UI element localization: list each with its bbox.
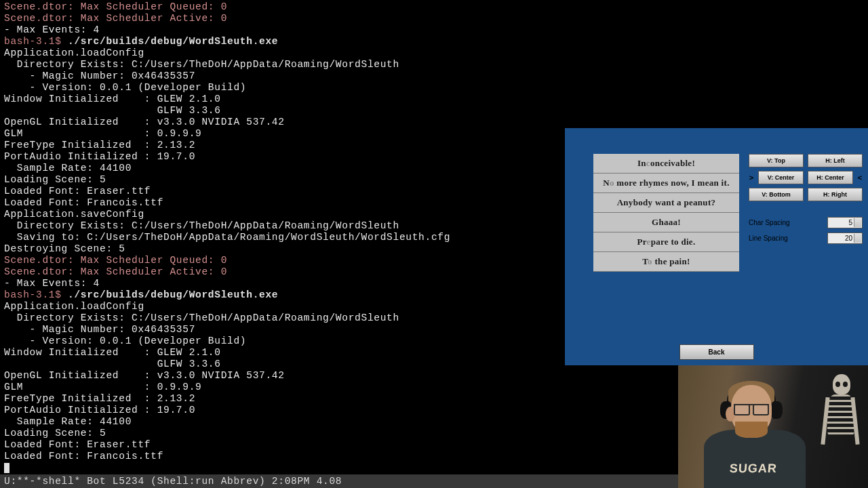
valign-center-button[interactable]: V: Center	[758, 171, 804, 184]
line-spacing-label: Line Spacing	[749, 235, 827, 242]
streamer-person: SUGAR	[698, 373, 800, 488]
line-spacing-input[interactable]: 20	[827, 232, 863, 244]
halign-left-button[interactable]: H: Left	[808, 154, 863, 167]
selection-arrow-right: <	[857, 174, 863, 182]
text-item-2[interactable]: Anybody want a peanut?	[593, 193, 739, 213]
char-spacing-input[interactable]: 5	[827, 217, 863, 228]
back-button[interactable]: Back	[679, 344, 754, 360]
halign-right-button[interactable]: H: Right	[808, 188, 863, 201]
selection-arrow-left: >	[749, 174, 754, 182]
char-spacing-label: Char Spacing	[749, 219, 827, 226]
valign-bottom-button[interactable]: V: Bottom	[749, 188, 804, 201]
wordsleuth-app-window: Inconceivable!No more rhymes now, I mean…	[565, 128, 868, 365]
valign-top-button[interactable]: V: Top	[749, 154, 804, 167]
text-alignment-panel: Inconceivable!No more rhymes now, I mean…	[593, 154, 739, 272]
halign-center-button[interactable]: H: Center	[808, 171, 853, 184]
skeleton-prop	[819, 374, 861, 469]
webcam-feed: SUGAR	[678, 365, 868, 488]
text-item-5[interactable]: To the pain!	[593, 252, 739, 272]
text-item-4[interactable]: Prepare to die.	[593, 232, 739, 252]
alignment-controls: V: Top H: Left > V: Center H: Center < V…	[749, 154, 863, 248]
text-item-0[interactable]: Inconceivable!	[593, 154, 739, 174]
text-item-3[interactable]: Ghaaa!	[593, 213, 739, 232]
text-item-1[interactable]: No more rhymes now, I mean it.	[593, 174, 739, 193]
